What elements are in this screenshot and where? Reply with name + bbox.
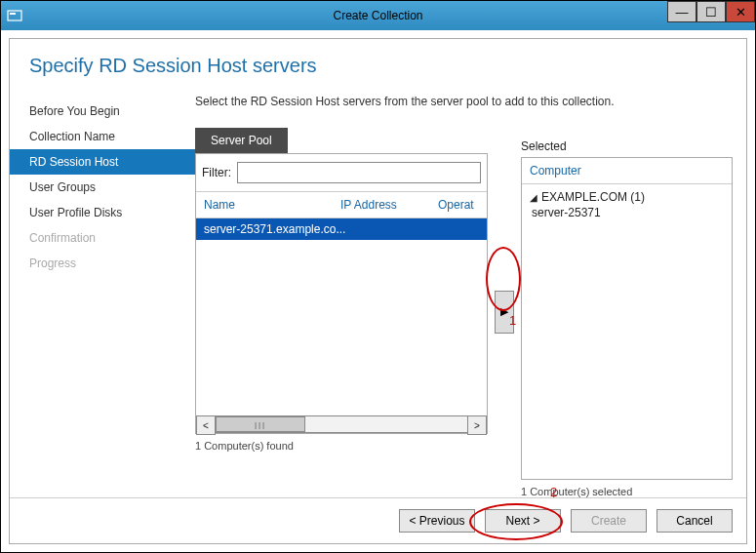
col-name[interactable]: Name (204, 198, 340, 212)
step-rd-session-host[interactable]: RD Session Host (10, 149, 195, 175)
step-user-profile-disks[interactable]: User Profile Disks (10, 200, 195, 225)
scroll-track[interactable]: ||| (216, 415, 467, 433)
previous-button[interactable]: < Previous (399, 509, 475, 533)
server-pool-panel: Filter: Name IP Address Operat server-25… (195, 153, 488, 434)
wizard-window: Create Collection — ☐ ✕ Specify RD Sessi… (0, 0, 756, 553)
scroll-thumb[interactable]: ||| (216, 416, 305, 432)
horizontal-scrollbar[interactable]: < ||| > (196, 415, 487, 433)
steps-sidebar: Before You Begin Collection Name RD Sess… (10, 95, 195, 497)
maximize-button[interactable]: ☐ (696, 1, 726, 22)
wizard-body: Specify RD Session Host servers Before Y… (9, 38, 747, 544)
svg-rect-0 (8, 11, 21, 20)
cancel-button[interactable]: Cancel (657, 509, 733, 533)
filter-label: Filter: (202, 166, 231, 179)
window-title: Create Collection (1, 9, 755, 22)
collapse-icon[interactable]: ◢ (530, 192, 537, 203)
pool-rows: server-25371.example.co... (196, 218, 487, 415)
pool-column-headers: Name IP Address Operat (196, 192, 487, 218)
transfer-column: ▶ 1 (488, 126, 521, 497)
svg-rect-1 (10, 13, 16, 15)
step-confirmation: Confirmation (10, 225, 195, 251)
button-bar: < Previous Next > Create Cancel 2 (10, 497, 746, 543)
computers-found: 1 Computer(s) found (195, 440, 488, 452)
col-ip[interactable]: IP Address (340, 198, 438, 212)
col-os[interactable]: Operat (438, 198, 474, 212)
selected-panel: Computer ◢EXAMPLE.COM (1) server-25371 (521, 157, 733, 480)
step-user-groups[interactable]: User Groups (10, 175, 195, 200)
annotation-circle-1 (486, 247, 521, 311)
selected-group[interactable]: ◢EXAMPLE.COM (1) (530, 190, 724, 204)
scroll-left-button[interactable]: < (196, 415, 216, 435)
selected-header[interactable]: Computer (522, 158, 732, 184)
filter-input[interactable] (237, 162, 481, 183)
step-progress: Progress (10, 251, 195, 276)
instruction-text: Select the RD Session Host servers from … (195, 95, 733, 108)
minimize-button[interactable]: — (667, 1, 696, 22)
step-collection-name[interactable]: Collection Name (10, 124, 195, 149)
create-button: Create (571, 509, 647, 533)
page-title: Specify RD Session Host servers (29, 55, 746, 77)
close-button[interactable]: ✕ (726, 1, 755, 22)
selected-item[interactable]: server-25371 (530, 206, 724, 219)
pool-row[interactable]: server-25371.example.co... (196, 218, 487, 240)
annotation-label-2: 2 (550, 485, 557, 499)
annotation-label-1: 1 (509, 313, 516, 328)
annotation-circle-2 (469, 503, 563, 540)
selected-label: Selected (521, 126, 733, 157)
title-bar: Create Collection — ☐ ✕ (1, 1, 755, 30)
tab-server-pool[interactable]: Server Pool (195, 128, 288, 153)
step-before-you-begin[interactable]: Before You Begin (10, 99, 195, 124)
app-icon (7, 8, 22, 23)
scroll-right-button[interactable]: > (467, 415, 487, 435)
